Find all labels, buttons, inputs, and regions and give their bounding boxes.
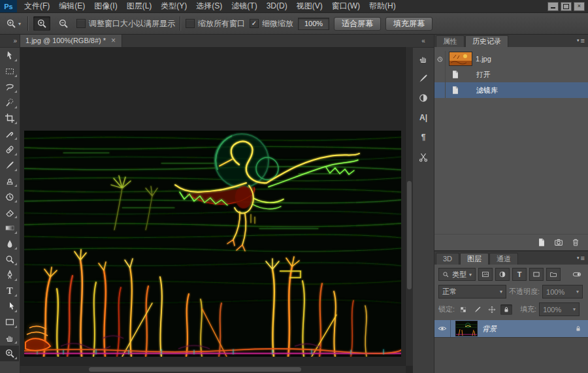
dock-hand-button[interactable]: [415, 50, 432, 67]
menu-filter[interactable]: 滤镜(T): [227, 0, 261, 12]
menu-window[interactable]: 窗口(W): [327, 0, 365, 12]
lasso-tool[interactable]: [0, 79, 19, 95]
filter-adjustment-layers-button[interactable]: [495, 268, 510, 281]
horizontal-scrollbar[interactable]: [20, 365, 406, 373]
fill-dropdown[interactable]: 100%▾: [539, 302, 580, 316]
restore-button[interactable]: [561, 2, 572, 11]
canvas-area[interactable]: [20, 47, 413, 373]
tab-layers[interactable]: 图层: [460, 253, 489, 265]
zoom-all-windows-checkbox[interactable]: 缩放所有窗口: [186, 18, 245, 29]
filter-type-layers-button[interactable]: T: [512, 268, 527, 281]
layer-thumbnail[interactable]: [455, 321, 478, 336]
new-snapshot-button[interactable]: [554, 238, 563, 247]
delete-state-button[interactable]: [571, 238, 580, 247]
heal-tool[interactable]: [0, 142, 19, 157]
zoom-in-icon: [37, 18, 47, 29]
opacity-dropdown[interactable]: 100%▾: [542, 285, 583, 299]
fine-zoom-checkbox[interactable]: ✓ 细微缩放: [250, 18, 293, 29]
trash-icon: [571, 238, 580, 247]
historybrush-tool[interactable]: [0, 189, 19, 204]
filter-pixel-layers-button[interactable]: [478, 268, 493, 281]
menu-file[interactable]: 文件(F): [20, 0, 54, 12]
dock-character-button[interactable]: A|: [415, 109, 432, 126]
menu-view[interactable]: 视图(V): [292, 0, 327, 12]
toolbar-collapse-button[interactable]: »: [0, 34, 20, 48]
pen-tool[interactable]: [0, 267, 19, 283]
dock-brush-button[interactable]: [415, 70, 432, 87]
type-tool[interactable]: [0, 283, 19, 299]
history-brush-source-well[interactable]: [434, 82, 446, 98]
zoom-tool[interactable]: [0, 346, 19, 361]
crop-tool[interactable]: [0, 110, 19, 126]
history-snapshot-row[interactable]: 1.jpg: [434, 51, 588, 67]
resize-windows-checkbox[interactable]: 调整窗口大小以满屏显示: [76, 18, 175, 29]
layer-filter-toggle[interactable]: [570, 270, 584, 279]
history-brush-source-well[interactable]: [434, 51, 446, 67]
gradient-tool[interactable]: [0, 220, 19, 236]
layer-visibility-toggle[interactable]: [434, 320, 451, 337]
pathselect-tool[interactable]: [0, 299, 19, 314]
hand-tool[interactable]: [0, 330, 19, 346]
layer-filter-type-dropdown[interactable]: 类型 ▾: [438, 268, 476, 281]
minimize-button[interactable]: [547, 2, 559, 11]
zoom-in-button[interactable]: [33, 16, 50, 31]
checkbox-unchecked[interactable]: [186, 19, 195, 28]
horizontal-scrollbar-thumb[interactable]: [89, 367, 301, 372]
menu-image[interactable]: 图像(I): [90, 0, 122, 12]
dock-paragraph-button[interactable]: ¶: [415, 129, 432, 146]
menu-edit[interactable]: 编辑(E): [54, 0, 90, 12]
dock-scissors-button[interactable]: [415, 148, 432, 165]
dock-expand-button[interactable]: «: [413, 34, 434, 48]
checkbox-checked[interactable]: ✓: [250, 19, 259, 28]
rectshape-tool[interactable]: [0, 314, 19, 330]
menu-layer[interactable]: 图层(L): [122, 0, 157, 12]
tool-preset-picker[interactable]: ▾: [4, 17, 23, 30]
lock-pixels-button[interactable]: [472, 304, 483, 315]
quickselect-tool[interactable]: [0, 95, 19, 110]
dodge-tool[interactable]: [0, 251, 19, 267]
tab-history[interactable]: 历史记录: [465, 35, 508, 47]
blur-tool[interactable]: [0, 236, 19, 251]
canvas-image[interactable]: [24, 131, 401, 357]
new-document-from-state-button[interactable]: [537, 238, 546, 247]
eyedropper-tool[interactable]: [0, 126, 19, 142]
blend-mode-dropdown[interactable]: 正常▾: [438, 285, 506, 299]
move-tool[interactable]: [0, 48, 19, 63]
fit-screen-button[interactable]: 适合屏幕: [334, 17, 381, 31]
layers-panel-menu-icon[interactable]: ▾≡: [577, 255, 585, 261]
dock-adjust-button[interactable]: [415, 89, 432, 106]
eraser-tool[interactable]: [0, 204, 19, 220]
marquee-tool[interactable]: [0, 63, 19, 79]
character-icon: A|: [419, 113, 427, 122]
checkbox-unchecked[interactable]: [76, 19, 86, 28]
tab-3d[interactable]: 3D: [436, 253, 459, 265]
menu-help[interactable]: 帮助(H): [365, 0, 400, 12]
vertical-scrollbar-thumb[interactable]: [407, 181, 412, 289]
zoom-level-input[interactable]: 100%: [298, 18, 329, 30]
fill-screen-button[interactable]: 填充屏幕: [385, 17, 433, 31]
brush-tool[interactable]: [0, 157, 19, 173]
background-layer-row[interactable]: 背景: [434, 320, 588, 338]
history-state-row-selected[interactable]: 滤镜库: [434, 82, 588, 98]
history-panel-menu-icon[interactable]: ▾≡: [577, 37, 585, 44]
lock-transparency-button[interactable]: [457, 304, 469, 315]
filter-smart-objects-button[interactable]: [546, 268, 561, 281]
stamp-tool[interactable]: [0, 173, 19, 189]
tab-properties[interactable]: 属性: [436, 35, 465, 47]
filter-shape-layers-button[interactable]: [529, 268, 544, 281]
zoom-out-button[interactable]: [55, 16, 72, 31]
menu-type[interactable]: 类型(Y): [156, 0, 191, 12]
vertical-scrollbar[interactable]: [405, 47, 413, 366]
history-brush-source-well[interactable]: [434, 67, 446, 82]
lock-position-button[interactable]: [486, 304, 498, 315]
layer-name[interactable]: 背景: [482, 324, 497, 334]
tab-close-icon[interactable]: ×: [111, 36, 116, 45]
document-tab[interactable]: 1.jpg @ 100%(RGB/8#) * ×: [20, 34, 122, 47]
lock-all-button[interactable]: [500, 304, 512, 315]
close-button[interactable]: ×: [574, 2, 585, 11]
menu-3d[interactable]: 3D(D): [262, 0, 292, 12]
menu-select[interactable]: 选择(S): [191, 0, 227, 12]
history-state-row[interactable]: 打开: [434, 67, 588, 82]
tab-channels[interactable]: 通道: [489, 253, 518, 265]
window-controls: ×: [547, 2, 588, 11]
